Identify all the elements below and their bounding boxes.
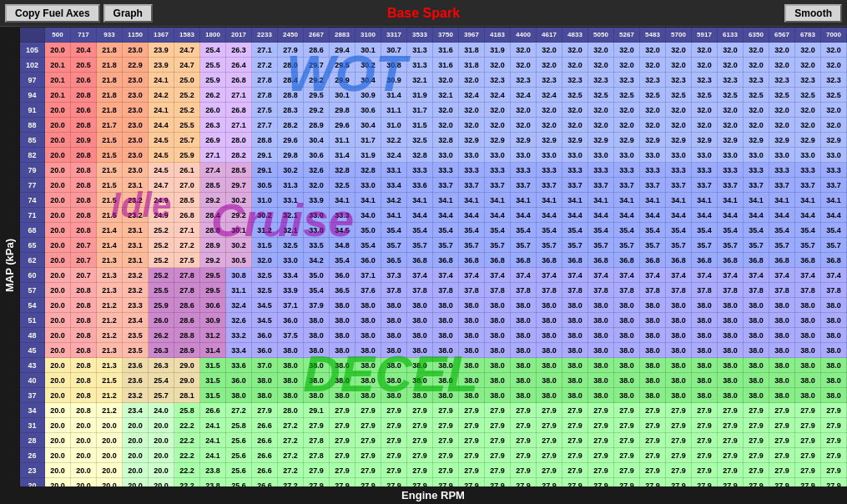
table-cell[interactable]: 23.4 <box>123 313 149 328</box>
table-cell[interactable]: 28.9 <box>304 118 330 133</box>
table-cell[interactable]: 32.4 <box>511 88 537 103</box>
table-cell[interactable]: 25.5 <box>149 283 174 298</box>
table-cell[interactable]: 25.7 <box>174 133 200 148</box>
table-cell[interactable]: 32.0 <box>588 103 614 118</box>
table-cell[interactable]: 38.0 <box>511 388 537 403</box>
table-cell[interactable]: 33.3 <box>562 163 588 178</box>
table-cell[interactable]: 20.0 <box>45 328 71 343</box>
table-cell[interactable]: 22.2 <box>174 448 200 463</box>
table-cell[interactable]: 28.4 <box>200 208 226 223</box>
table-cell[interactable]: 23.8 <box>200 478 226 487</box>
table-cell[interactable]: 36.8 <box>537 253 562 268</box>
table-cell[interactable]: 32.0 <box>795 58 821 73</box>
table-cell[interactable]: 33.0 <box>485 148 511 163</box>
table-cell[interactable]: 30.9 <box>381 73 407 88</box>
table-cell[interactable]: 33.4 <box>381 178 407 193</box>
table-cell[interactable]: 31.5 <box>252 238 278 253</box>
table-cell[interactable]: 38.0 <box>485 358 511 373</box>
table-cell[interactable]: 34.4 <box>666 208 692 223</box>
table-cell[interactable]: 27.9 <box>769 433 795 448</box>
table-cell[interactable]: 33.0 <box>666 148 692 163</box>
table-cell[interactable]: 20.0 <box>45 223 71 238</box>
table-cell[interactable]: 32.3 <box>821 73 847 88</box>
table-cell[interactable]: 26.9 <box>200 133 226 148</box>
table-cell[interactable]: 38.0 <box>718 388 744 403</box>
table-cell[interactable]: 34.4 <box>407 208 433 223</box>
table-cell[interactable]: 27.9 <box>330 403 355 418</box>
table-cell[interactable]: 33.7 <box>821 178 847 193</box>
table-cell[interactable]: 35.4 <box>511 223 537 238</box>
table-cell[interactable]: 31.4 <box>200 343 226 358</box>
table-cell[interactable]: 28.6 <box>174 298 200 313</box>
table-cell[interactable]: 27.2 <box>278 418 304 433</box>
table-cell[interactable]: 20.8 <box>71 223 97 238</box>
table-cell[interactable]: 38.0 <box>355 328 381 343</box>
table-cell[interactable]: 34.1 <box>537 193 562 208</box>
table-cell[interactable]: 33.4 <box>278 268 304 283</box>
table-cell[interactable]: 37.8 <box>744 283 769 298</box>
table-cell[interactable]: 27.9 <box>769 448 795 463</box>
table-cell[interactable]: 30.9 <box>200 313 226 328</box>
table-cell[interactable]: 27.9 <box>381 418 407 433</box>
table-cell[interactable]: 32.3 <box>640 73 666 88</box>
table-cell[interactable]: 32.0 <box>511 103 537 118</box>
table-cell[interactable]: 38.0 <box>459 343 485 358</box>
table-cell[interactable]: 38.0 <box>769 358 795 373</box>
table-cell[interactable]: 28.5 <box>226 163 252 178</box>
table-cell[interactable]: 27.9 <box>744 478 769 487</box>
table-cell[interactable]: 32.0 <box>640 58 666 73</box>
table-cell[interactable]: 20.8 <box>71 388 97 403</box>
table-cell[interactable]: 38.0 <box>692 388 718 403</box>
table-cell[interactable]: 37.8 <box>562 283 588 298</box>
table-cell[interactable]: 37.4 <box>769 268 795 283</box>
table-cell[interactable]: 34.1 <box>666 193 692 208</box>
table-cell[interactable]: 27.8 <box>304 448 330 463</box>
table-cell[interactable]: 38.0 <box>330 298 355 313</box>
table-cell[interactable]: 27.9 <box>433 403 459 418</box>
table-cell[interactable]: 38.0 <box>537 373 562 388</box>
table-cell[interactable]: 32.0 <box>588 118 614 133</box>
table-cell[interactable]: 33.0 <box>718 148 744 163</box>
table-cell[interactable]: 23.6 <box>123 358 149 373</box>
table-cell[interactable]: 27.2 <box>174 238 200 253</box>
table-cell[interactable]: 20.8 <box>71 358 97 373</box>
table-cell[interactable]: 38.0 <box>226 388 252 403</box>
table-cell[interactable]: 31.2 <box>200 328 226 343</box>
table-cell[interactable]: 27.9 <box>769 463 795 478</box>
table-cell[interactable]: 29.1 <box>252 163 278 178</box>
table-cell[interactable]: 27.9 <box>666 478 692 487</box>
table-cell[interactable]: 32.0 <box>769 103 795 118</box>
table-cell[interactable]: 33.3 <box>537 163 562 178</box>
table-cell[interactable]: 35.7 <box>718 238 744 253</box>
table-cell[interactable]: 32.3 <box>614 73 640 88</box>
table-cell[interactable]: 23.9 <box>149 58 174 73</box>
table-cell[interactable]: 37.4 <box>459 268 485 283</box>
table-cell[interactable]: 31.8 <box>459 58 485 73</box>
table-cell[interactable]: 20.1 <box>45 73 71 88</box>
table-cell[interactable]: 38.0 <box>381 313 407 328</box>
table-cell[interactable]: 38.0 <box>278 343 304 358</box>
table-cell[interactable]: 25.6 <box>226 478 252 487</box>
table-cell[interactable]: 32.5 <box>330 178 355 193</box>
table-cell[interactable]: 31.5 <box>200 388 226 403</box>
table-cell[interactable]: 31.9 <box>355 148 381 163</box>
table-cell[interactable]: 33.7 <box>511 178 537 193</box>
table-cell[interactable]: 20.0 <box>71 478 97 487</box>
table-cell[interactable]: 38.0 <box>407 358 433 373</box>
table-cell[interactable]: 27.9 <box>666 418 692 433</box>
table-cell[interactable]: 27.9 <box>821 418 847 433</box>
table-cell[interactable]: 32.0 <box>744 43 769 58</box>
table-cell[interactable]: 38.0 <box>692 328 718 343</box>
table-cell[interactable]: 29.6 <box>330 118 355 133</box>
table-cell[interactable]: 38.0 <box>795 373 821 388</box>
table-cell[interactable]: 27.9 <box>614 418 640 433</box>
table-cell[interactable]: 33.7 <box>692 178 718 193</box>
table-cell[interactable]: 38.0 <box>562 298 588 313</box>
table-cell[interactable]: 37.8 <box>640 283 666 298</box>
table-cell[interactable]: 33.0 <box>588 148 614 163</box>
table-cell[interactable]: 36.8 <box>485 253 511 268</box>
table-cell[interactable]: 38.0 <box>485 298 511 313</box>
table-cell[interactable]: 20.7 <box>71 238 97 253</box>
table-cell[interactable]: 38.0 <box>459 298 485 313</box>
table-cell[interactable]: 27.9 <box>614 403 640 418</box>
